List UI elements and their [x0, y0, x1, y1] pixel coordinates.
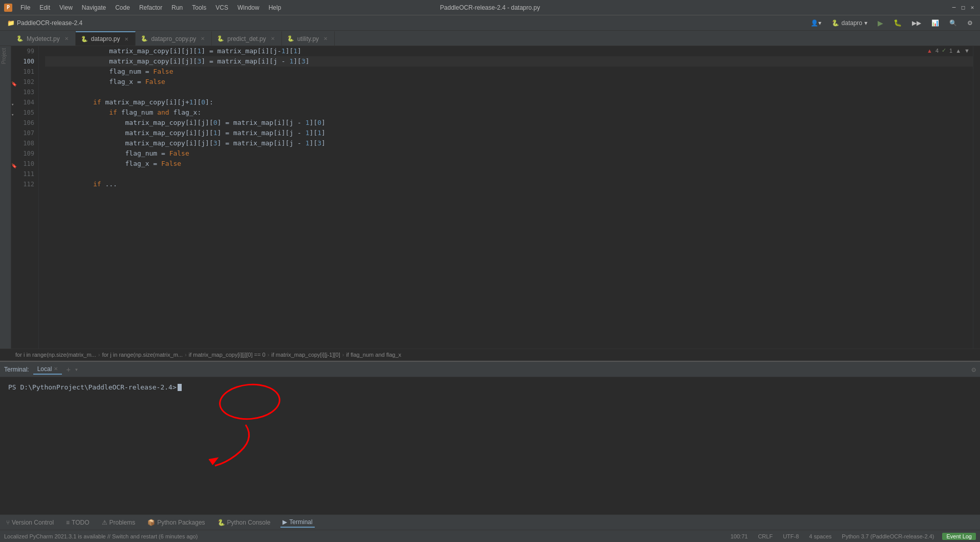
run-config-dropdown[interactable]: 🐍 datapro ▾: [829, 18, 870, 28]
debug-button[interactable]: 🐛: [890, 18, 905, 28]
python-packages-label: Python Packages: [157, 519, 205, 526]
python-console-label: Python Console: [227, 519, 271, 526]
version-control-button[interactable]: ⑂ Version Control: [4, 518, 56, 527]
tab-icon-datapro: 🐍: [81, 36, 88, 42]
menu-refactor[interactable]: Refactor: [135, 3, 166, 12]
breadcrumb-sep-3: ›: [342, 352, 344, 358]
minimize-button[interactable]: ─: [950, 4, 957, 11]
tab-icon-mydetect: 🐍: [16, 35, 24, 42]
terminal-prompt-text: PS D:\PythonProject\PaddleOCR-release-2.…: [8, 383, 177, 391]
menu-navigate[interactable]: Navigate: [78, 3, 110, 12]
terminal-tab-close[interactable]: ✕: [54, 366, 58, 372]
menu-vcs[interactable]: VCS: [211, 3, 232, 12]
line-num-110: 🔖110: [11, 159, 38, 169]
status-indent[interactable]: 4 spaces: [807, 533, 834, 539]
tab-close-mydetect[interactable]: ✕: [63, 35, 70, 42]
breadcrumb-item-0[interactable]: for i in range(np.size(matrix_m...: [15, 352, 96, 358]
counter-arrow-up[interactable]: ▲: [955, 48, 961, 54]
menu-code[interactable]: Code: [111, 3, 134, 12]
todo-label: TODO: [72, 519, 89, 526]
title-bar: P File Edit View Navigate Code Refactor …: [0, 0, 980, 15]
terminal-prompt: PS D:\PythonProject\PaddleOCR-release-2.…: [8, 383, 972, 391]
tab-utility[interactable]: 🐍 utility.py ✕: [282, 31, 335, 46]
run-button[interactable]: ▶: [875, 18, 886, 28]
line-num-111: 111: [11, 169, 38, 179]
tab-label-datapro: datapro.py: [91, 35, 120, 42]
menu-edit[interactable]: Edit: [35, 3, 54, 12]
right-gutter: [973, 46, 980, 349]
breadcrumb-item-1[interactable]: for j in range(np.size(matrix_m...: [102, 352, 183, 358]
breadcrumb-item-4[interactable]: if flag_num and flag_x: [346, 352, 401, 358]
tab-label-mydetect: Mydetect.py: [27, 35, 60, 42]
tab-datapro[interactable]: 🐍 datapro.py ✕: [76, 31, 136, 46]
terminal-button[interactable]: ▶ Terminal: [280, 517, 314, 528]
status-interpreter[interactable]: Python 3.7 (PaddleOCR-release-2.4): [840, 533, 936, 539]
menu-window[interactable]: Window: [233, 3, 264, 12]
breadcrumb: for i in range(np.size(matrix_m... › for…: [0, 349, 980, 361]
python-console-button[interactable]: 🐍 Python Console: [215, 518, 273, 527]
profile-button[interactable]: 📊: [928, 18, 942, 28]
settings-button[interactable]: ⚙: [964, 18, 976, 28]
menu-run[interactable]: Run: [167, 3, 187, 12]
line-num-107: 107: [11, 128, 38, 138]
menu-help[interactable]: Help: [265, 3, 286, 12]
tab-mydetect[interactable]: 🐍 Mydetect.py ✕: [11, 31, 76, 46]
python-packages-button[interactable]: 📦 Python Packages: [145, 518, 207, 527]
terminal-add-button[interactable]: +: [66, 365, 70, 374]
menu-view[interactable]: View: [55, 3, 77, 12]
close-button[interactable]: ✕: [969, 4, 976, 11]
counter-arrow-down[interactable]: ▼: [964, 48, 970, 54]
breadcrumb-item-3[interactable]: if matrix_map_copy[i][j-1][0]: [271, 352, 340, 358]
problems-icon: ⚠: [102, 519, 107, 526]
status-bar: Localized PyCharm 2021.3.1 is available …: [0, 530, 980, 542]
breadcrumb-sep-2: ›: [268, 352, 270, 358]
todo-button[interactable]: ≡ TODO: [64, 518, 91, 527]
error-counter: ▲ 4 ✓ 1 ▲ ▼: [927, 47, 970, 54]
tab-close-utility[interactable]: ✕: [322, 35, 329, 42]
error-count: 4: [935, 48, 939, 54]
window-title: PaddleOCR-release-2.4 - datapro.py: [440, 4, 540, 11]
coverage-button[interactable]: ▶▶: [909, 18, 924, 28]
event-log-button[interactable]: Event Log: [942, 533, 976, 540]
tab-icon-utility: 🐍: [287, 35, 294, 42]
terminal-dropdown-button[interactable]: ▾: [75, 366, 78, 373]
tab-datapro-copy[interactable]: 🐍 datapro_copy.py ✕: [136, 31, 212, 46]
code-line-107: matrix_map_copy[i][j][1] = matrix_map[i]…: [45, 128, 973, 138]
terminal-content[interactable]: PS D:\PythonProject\PaddleOCR-release-2.…: [0, 377, 980, 514]
warning-count: 1: [949, 48, 952, 54]
line-num-102: 🔖102: [11, 77, 38, 87]
search-button[interactable]: 🔍: [946, 18, 960, 28]
tab-close-datapro-copy[interactable]: ✕: [199, 35, 206, 42]
menu-file[interactable]: File: [16, 3, 34, 12]
status-charset[interactable]: UTF-8: [781, 533, 801, 539]
toolbar: 📁 PaddleOCR-release-2.4 👤▾ 🐍 datapro ▾ ▶…: [0, 15, 980, 31]
run-config-name: datapro: [841, 19, 862, 27]
tab-close-datapro[interactable]: ✕: [123, 35, 130, 42]
window-controls-left: P: [4, 4, 12, 12]
line-num-103: 103: [11, 87, 38, 97]
problems-button[interactable]: ⚠ Problems: [100, 518, 138, 527]
terminal-tab-local-label: Local: [37, 365, 52, 373]
run-config-icon: 🐍: [832, 19, 839, 27]
code-content[interactable]: matrix_map_copy[i][j][1] = matrix_map[i]…: [39, 46, 973, 349]
tab-predict-det[interactable]: 🐍 predict_det.py ✕: [212, 31, 281, 46]
code-area[interactable]: Project 99 100 101 🔖102 103 ▾104 ▾105 10…: [0, 46, 980, 349]
project-icon: 📁: [7, 19, 15, 27]
terminal-label: Terminal:: [4, 366, 29, 373]
terminal-header: Terminal: Local ✕ + ▾ ⚙: [0, 362, 980, 377]
terminal-settings-icon[interactable]: ⚙: [972, 365, 976, 374]
tab-label-utility: utility.py: [297, 35, 319, 42]
account-button[interactable]: 👤▾: [808, 18, 824, 28]
project-dropdown[interactable]: 📁 PaddleOCR-release-2.4: [4, 18, 85, 28]
status-position[interactable]: 100:71: [728, 533, 750, 539]
line-num-104: ▾104: [11, 97, 38, 107]
project-panel-label[interactable]: Project: [0, 46, 11, 66]
terminal-tab-local[interactable]: Local ✕: [33, 364, 62, 375]
problems-label: Problems: [110, 519, 136, 526]
status-encoding[interactable]: CRLF: [756, 533, 775, 539]
line-num-109: 109: [11, 148, 38, 159]
tab-close-predict-det[interactable]: ✕: [269, 35, 276, 42]
maximize-button[interactable]: □: [960, 4, 967, 11]
menu-tools[interactable]: Tools: [188, 3, 210, 12]
breadcrumb-item-2[interactable]: if matrix_map_copy[i][j][0] == 0: [189, 352, 266, 358]
